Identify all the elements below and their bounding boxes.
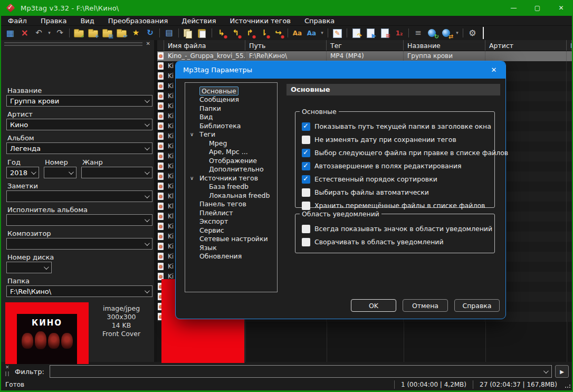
- checkbox[interactable]: [302, 225, 310, 233]
- tree-item[interactable]: Локальная freedb: [185, 191, 277, 200]
- column-header[interactable]: Артист: [485, 40, 567, 51]
- checkbox[interactable]: [302, 136, 310, 144]
- maximize-button[interactable]: ▢: [526, 0, 549, 16]
- tree-item[interactable]: Вид: [185, 113, 277, 122]
- column-header[interactable]: Ис: [567, 40, 572, 51]
- save-icon[interactable]: ▦: [4, 27, 17, 39]
- compare-icon[interactable]: ≡: [412, 27, 425, 39]
- genre-field[interactable]: [81, 167, 152, 178]
- column-header[interactable]: Путь: [245, 40, 327, 51]
- tree-item[interactable]: ∨Источники тегов: [185, 174, 277, 183]
- options-wrench-icon[interactable]: ⚙: [466, 27, 479, 39]
- column-header[interactable]: Имя файла: [164, 40, 245, 51]
- tree-item[interactable]: Сервис: [185, 226, 277, 235]
- case-dropdown-icon[interactable]: ▾: [319, 27, 325, 39]
- library-folder-icon[interactable]: ▤: [101, 27, 114, 39]
- undo-dropdown-icon[interactable]: ▾: [46, 27, 52, 39]
- web-sources-freedb-icon[interactable]: ↻: [426, 27, 439, 39]
- checkbox[interactable]: [302, 162, 310, 170]
- web-sources-icon[interactable]: ⇄: [440, 27, 453, 39]
- filter-run-button[interactable]: ▶: [555, 365, 569, 378]
- tree-item[interactable]: ∨Теги: [185, 130, 277, 139]
- menu-item[interactable]: Действия: [175, 16, 223, 26]
- icon-column-header[interactable]: [157, 40, 164, 51]
- toolbar-separator[interactable]: [408, 28, 409, 37]
- checkbox-row[interactable]: Выбор следующего файла при правке в спис…: [302, 146, 494, 159]
- favorites-icon[interactable]: ★: [129, 27, 142, 39]
- toolbar-separator[interactable]: [69, 28, 70, 37]
- tree-item[interactable]: Библиотека: [185, 121, 277, 130]
- tree-item[interactable]: Обновления: [185, 252, 277, 261]
- menu-item[interactable]: Источники тегов: [223, 16, 298, 26]
- add-directory-icon[interactable]: +: [87, 27, 100, 39]
- copy-icon[interactable]: [182, 27, 195, 39]
- import-icon[interactable]: ≡: [378, 27, 391, 39]
- track-field[interactable]: [44, 167, 77, 178]
- filter-close-icon[interactable]: ✕: [5, 365, 9, 370]
- remove-tag-icon[interactable]: ×: [18, 27, 31, 39]
- chevron-down-icon[interactable]: [543, 368, 549, 374]
- checkbox-row[interactable]: Выбирать файлы автоматически: [302, 186, 494, 199]
- toolbar-separator[interactable]: [288, 28, 288, 37]
- websources-dropdown-icon[interactable]: ▾: [454, 27, 460, 39]
- checkbox-row[interactable]: Сворачивать в область уведомлений: [302, 235, 494, 248]
- toolbar-separator[interactable]: [347, 28, 347, 37]
- change-directory-icon[interactable]: ✓: [72, 27, 85, 39]
- checkbox[interactable]: [302, 175, 310, 184]
- ok-button[interactable]: OK: [351, 299, 396, 312]
- refresh-icon[interactable]: ↻: [144, 27, 157, 39]
- checkbox-row[interactable]: Автозавершение в полях редактирования: [302, 159, 494, 173]
- convert-tag-textfile-icon[interactable]: ↪●: [272, 27, 285, 39]
- filter-drag-handle[interactable]: [5, 371, 9, 376]
- directory-field[interactable]: F:\Rel\Кино\: [6, 285, 152, 297]
- tree-item[interactable]: Панель тегов: [185, 200, 277, 209]
- help-button[interactable]: Справка: [454, 299, 500, 312]
- convert-textfile-tag-icon[interactable]: ⇂●: [257, 27, 271, 39]
- chevron-expanded-icon[interactable]: ∨: [190, 131, 199, 137]
- resize-grip[interactable]: [564, 381, 571, 388]
- redo-icon[interactable]: ↷: [53, 27, 66, 39]
- menu-item[interactable]: Справка: [298, 16, 341, 26]
- tree-item[interactable]: Язык: [185, 243, 277, 252]
- toolbar-end-separator[interactable]: [483, 27, 484, 39]
- toolbar-separator[interactable]: [328, 28, 328, 37]
- composer-field[interactable]: [6, 238, 152, 250]
- toolbar-separator[interactable]: [463, 28, 463, 37]
- disc-field[interactable]: [6, 262, 52, 273]
- checkbox-row[interactable]: Естественный порядок сортировки: [302, 173, 494, 186]
- close-button[interactable]: ✕: [549, 0, 573, 16]
- column-header[interactable]: Название: [404, 40, 485, 51]
- tree-item[interactable]: База freedb: [185, 183, 277, 192]
- move-folder-icon[interactable]: ↩: [115, 27, 128, 39]
- panel-close-icon[interactable]: ✕: [146, 41, 150, 46]
- title-field[interactable]: Группа крови: [6, 95, 152, 107]
- checkbox[interactable]: [302, 188, 310, 197]
- undo-icon[interactable]: ↶: [32, 27, 45, 39]
- menu-item[interactable]: Преобразования: [101, 16, 175, 26]
- panel-drag-handle[interactable]: [4, 42, 142, 46]
- toolbar-separator[interactable]: [212, 28, 212, 37]
- minimize-button[interactable]: —: [502, 0, 526, 16]
- tree-item[interactable]: Дополнительно: [185, 165, 277, 174]
- tree-item[interactable]: Сообщения: [185, 95, 277, 104]
- cancel-button[interactable]: Отмена: [403, 299, 448, 312]
- checkbox-row[interactable]: Показывать путь текущей папки в заголовк…: [302, 120, 494, 133]
- tree-item[interactable]: Плейлист: [185, 208, 277, 217]
- checkbox[interactable]: [302, 238, 310, 246]
- tree-item[interactable]: Папки: [185, 104, 277, 113]
- convert-filename-filename-icon[interactable]: ↱●: [243, 27, 256, 39]
- menu-item[interactable]: Файл: [1, 16, 34, 26]
- album-field[interactable]: Легенда: [6, 142, 152, 154]
- case-conversion-icon[interactable]: Aa: [291, 27, 304, 39]
- checkbox[interactable]: [302, 149, 310, 157]
- year-field[interactable]: 2018: [6, 167, 39, 178]
- menu-item[interactable]: Правка: [34, 16, 73, 26]
- autonumbering-icon[interactable]: 1₂: [393, 27, 406, 39]
- checkbox[interactable]: [302, 122, 310, 131]
- case-conversion-alt-icon[interactable]: Aa: [305, 27, 318, 39]
- filter-input[interactable]: [50, 366, 538, 377]
- toolbar-separator[interactable]: [178, 28, 179, 37]
- tree-item[interactable]: Отображение: [185, 156, 277, 165]
- format-value-icon[interactable]: ✎: [331, 27, 344, 39]
- checkbox-row[interactable]: Всегда показывать значок в области уведо…: [302, 222, 494, 235]
